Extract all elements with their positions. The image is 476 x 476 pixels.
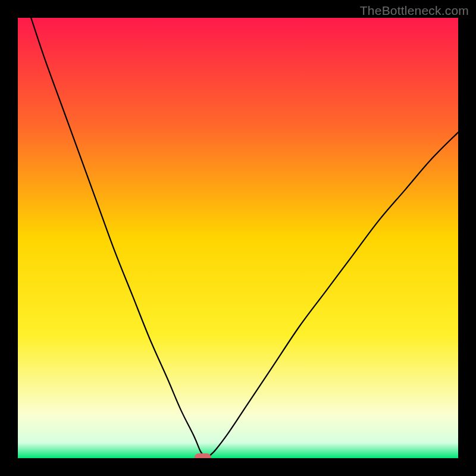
plot-area — [18, 18, 458, 458]
marker-group — [195, 453, 211, 458]
bottleneck-marker — [195, 453, 211, 458]
watermark-text: TheBottleneck.com — [360, 4, 469, 18]
chart-frame: TheBottleneck.com — [0, 0, 476, 476]
chart-canvas — [18, 18, 458, 458]
gradient-background — [18, 18, 458, 458]
